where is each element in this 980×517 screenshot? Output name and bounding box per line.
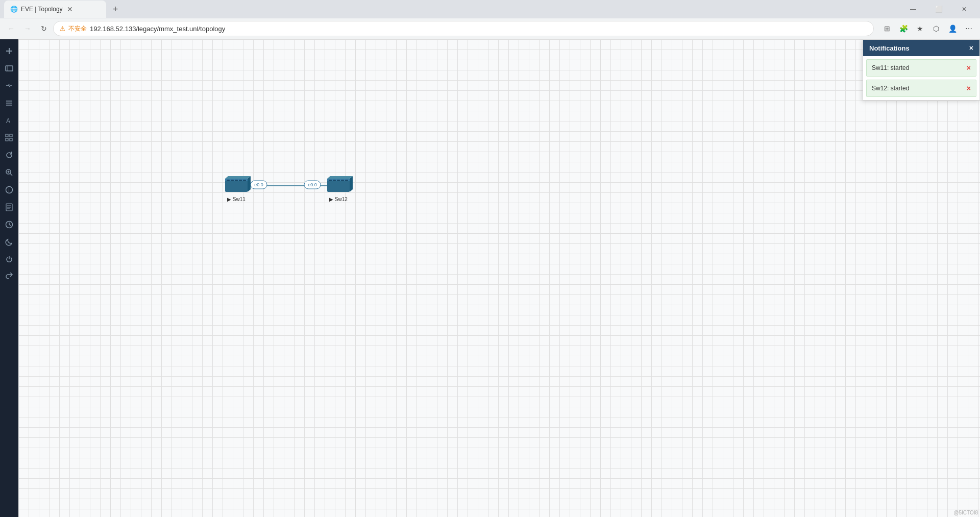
collections-button[interactable]: ⬡ <box>929 21 943 36</box>
sidebar-item-add[interactable] <box>2 43 17 59</box>
notification-text-2: Sw12: started <box>872 85 909 92</box>
svg-rect-8 <box>6 138 8 141</box>
sidebar-item-nodes[interactable] <box>2 61 17 76</box>
main-canvas[interactable]: ▶ Sw11 e0:0 e0:0 <box>18 39 980 517</box>
notifications-close-button[interactable]: × <box>969 44 973 52</box>
svg-rect-6 <box>6 134 8 137</box>
svg-text:e0:0: e0:0 <box>308 182 317 187</box>
svg-text:▶ Sw11: ▶ Sw11 <box>227 196 246 202</box>
svg-rect-39 <box>329 180 332 181</box>
reload-button[interactable]: ↻ <box>37 21 51 36</box>
svg-rect-27 <box>235 180 238 181</box>
topology-area: ▶ Sw11 e0:0 e0:0 <box>220 175 363 210</box>
url-text: 192.168.52.133/legacy/mmx_test.unl/topol… <box>90 25 225 33</box>
address-bar: ← → ↻ ⚠ 不安全 192.168.52.133/legacy/mmx_te… <box>0 18 980 39</box>
tab-title: EVE | Topology <box>21 6 63 13</box>
notification-dismiss-2[interactable]: × <box>967 84 971 92</box>
svg-rect-41 <box>337 180 340 181</box>
notification-dismiss-1[interactable]: × <box>967 64 971 72</box>
back-button[interactable]: ← <box>4 21 18 36</box>
svg-text:i: i <box>9 188 10 193</box>
svg-rect-28 <box>239 180 242 181</box>
sw12-node: ▶ Sw12 <box>327 176 353 202</box>
svg-marker-30 <box>248 176 251 192</box>
svg-text:▶ Sw12: ▶ Sw12 <box>329 196 348 202</box>
svg-rect-7 <box>10 134 12 137</box>
notification-item-1: Sw11: started × <box>866 59 976 77</box>
svg-rect-0 <box>6 66 13 71</box>
address-input[interactable]: ⚠ 不安全 192.168.52.133/legacy/mmx_test.unl… <box>53 21 874 36</box>
svg-rect-25 <box>227 180 230 181</box>
port-label-sw11: e0:0 <box>251 181 267 189</box>
tab-favicon: 🌐 <box>10 6 18 13</box>
sidebar-item-font[interactable]: A <box>2 113 17 128</box>
notifications-panel: Notifications × Sw11: started × Sw12: st… <box>863 39 980 101</box>
svg-marker-44 <box>350 176 353 192</box>
tab-close-button[interactable]: ✕ <box>67 5 73 13</box>
sidebar-item-power[interactable] <box>2 252 17 267</box>
profile-button[interactable]: 👤 <box>945 21 960 36</box>
sidebar: A i <box>0 39 18 517</box>
minimize-button[interactable]: — <box>901 1 925 18</box>
sidebar-item-refresh[interactable] <box>2 147 17 163</box>
port-label-sw12: e0:0 <box>304 181 321 189</box>
security-label: 不安全 <box>68 24 87 33</box>
window-controls: — ⬜ ✕ <box>901 1 980 18</box>
menu-button[interactable]: ⋯ <box>962 21 976 36</box>
svg-rect-40 <box>333 180 336 181</box>
restore-button[interactable]: ⬜ <box>927 1 950 18</box>
notifications-title: Notifications <box>869 44 910 52</box>
security-icon: ⚠ <box>60 25 65 32</box>
active-tab[interactable]: 🌐 EVE | Topology ✕ <box>4 1 106 18</box>
svg-rect-42 <box>341 180 344 181</box>
topology-svg: ▶ Sw11 e0:0 e0:0 <box>220 175 363 210</box>
notification-item-2: Sw12: started × <box>866 80 976 97</box>
browser-chrome: 🌐 EVE | Topology ✕ + — ⬜ ✕ ← → ↻ ⚠ 不安全 1… <box>0 0 980 39</box>
svg-line-11 <box>10 174 12 176</box>
app-container: A i <box>0 39 980 517</box>
notification-text-1: Sw11: started <box>872 64 909 71</box>
forward-button[interactable]: → <box>20 21 35 36</box>
svg-rect-43 <box>345 180 348 181</box>
svg-rect-26 <box>231 180 234 181</box>
browser-actions: ⊞ 🧩 ★ ⬡ 👤 ⋯ <box>880 21 976 36</box>
sidebar-item-list[interactable] <box>2 95 17 111</box>
sw11-node: ▶ Sw11 <box>225 176 251 202</box>
tab-bar: 🌐 EVE | Topology ✕ + — ⬜ ✕ <box>0 0 980 18</box>
svg-text:e0:0: e0:0 <box>254 182 263 187</box>
sidebar-item-info[interactable]: i <box>2 182 17 198</box>
translate-button[interactable]: ⊞ <box>880 21 894 36</box>
sidebar-item-clock[interactable] <box>2 217 17 232</box>
watermark: @5ICTOI8 <box>953 510 978 515</box>
notifications-header: Notifications × <box>863 40 979 56</box>
svg-line-22 <box>9 225 11 226</box>
svg-marker-31 <box>225 176 251 179</box>
svg-rect-29 <box>243 180 246 181</box>
sidebar-item-log[interactable] <box>2 200 17 215</box>
extensions-button[interactable]: 🧩 <box>896 21 911 36</box>
svg-rect-9 <box>10 138 12 141</box>
sidebar-item-grid[interactable] <box>2 130 17 145</box>
sidebar-item-zoom[interactable] <box>2 165 17 180</box>
svg-marker-45 <box>327 176 353 179</box>
new-tab-button[interactable]: + <box>108 2 122 16</box>
sidebar-item-export[interactable] <box>2 269 17 284</box>
favorites-button[interactable]: ★ <box>913 21 927 36</box>
sidebar-item-connections[interactable] <box>2 78 17 93</box>
svg-text:A: A <box>6 117 10 125</box>
close-button[interactable]: ✕ <box>952 1 976 18</box>
sidebar-item-darkmode[interactable] <box>2 234 17 250</box>
